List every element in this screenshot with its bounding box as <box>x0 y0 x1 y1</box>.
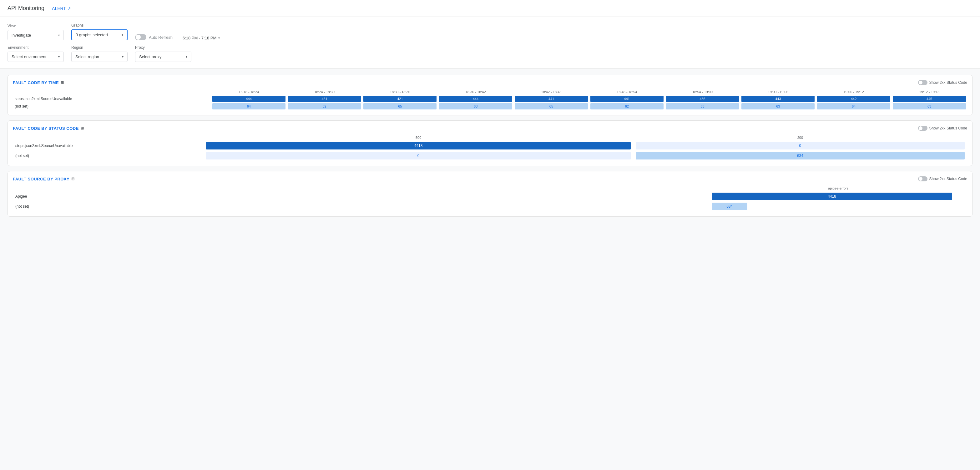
table-row: (not set) 64 62 65 63 65 62 63 63 64 63 <box>13 103 967 110</box>
chart3-r0-value: 4418 <box>710 191 967 201</box>
chart3-r1-value: 634 <box>710 201 967 211</box>
environment-placeholder: Select environment <box>11 54 46 59</box>
table-row: (not set) 634 <box>13 201 967 211</box>
auto-refresh-toggle[interactable] <box>135 34 146 40</box>
export-icon[interactable]: ⊞ <box>71 177 75 181</box>
chart1-col-3: 18:36 - 18:42 <box>438 89 514 95</box>
chart1-r0-c8: 442 <box>816 95 891 103</box>
environment-dropdown[interactable]: Select environment ▾ <box>8 52 64 62</box>
proxy-label: Proxy <box>135 45 191 50</box>
region-dropdown[interactable]: Select region ▾ <box>71 52 127 62</box>
chart1-r0-c7: 443 <box>740 95 816 103</box>
chart1-r0-c9: 445 <box>891 95 967 103</box>
view-dropdown[interactable]: investigate ▾ <box>8 30 64 40</box>
fault-code-by-time-card: FAULT CODE BY TIME ⊞ Show 2xx Status Cod… <box>8 75 972 115</box>
chart1-show-2xx: Show 2xx Status Code <box>918 80 967 85</box>
chart1-col-1: 18:24 - 18:30 <box>287 89 363 95</box>
chart2-col-500: 500 <box>204 134 633 141</box>
chart3-2xx-label: Show 2xx Status Code <box>929 177 967 181</box>
graphs-dropdown[interactable]: 3 graphs selected ▾ <box>71 29 127 40</box>
graphs-group: Graphs 3 graphs selected ▾ <box>71 23 127 40</box>
fault-source-by-proxy-card: FAULT SOURCE BY PROXY ⊞ Show 2xx Status … <box>8 171 972 217</box>
chart2-r1-200: 634 <box>633 151 967 161</box>
controls-row-2: Environment Select environment ▾ Region … <box>8 45 972 62</box>
export-icon[interactable]: ⊞ <box>81 126 84 131</box>
view-value: investigate <box>11 33 31 38</box>
chart1-col-9: 19:12 - 19:18 <box>891 89 967 95</box>
header: API Monitoring ALERT ↗ <box>0 0 980 17</box>
chart3-row1-label: (not set) <box>13 201 710 211</box>
proxy-dropdown[interactable]: Select proxy ▾ <box>135 52 191 62</box>
chart1-title: FAULT CODE BY TIME ⊞ <box>13 80 64 85</box>
chart2-2xx-label: Show 2xx Status Code <box>929 126 967 131</box>
export-icon[interactable]: ⊞ <box>60 80 64 85</box>
chart1-col-8: 19:06 - 19:12 <box>816 89 891 95</box>
chart3-col-apigee: apigee-errors <box>710 185 967 191</box>
chart3-row0-label: Apigee <box>13 191 710 201</box>
chart1-row0-label: steps.json2xml.SourceUnavailable <box>13 95 211 103</box>
chevron-down-icon: ▾ <box>186 55 187 59</box>
chevron-down-icon: ▾ <box>218 36 220 40</box>
chart1-2xx-toggle[interactable] <box>918 80 928 85</box>
chart1-col-5: 18:48 - 18:54 <box>589 89 665 95</box>
chart1-r0-c3: 444 <box>438 95 514 103</box>
controls-row-1: View investigate ▾ Graphs 3 graphs selec… <box>8 23 972 40</box>
chart3-show-2xx: Show 2xx Status Code <box>918 176 967 182</box>
chart2-r1-500: 0 <box>204 151 633 161</box>
chart2-title: FAULT CODE BY STATUS CODE ⊞ <box>13 126 84 131</box>
chart2-row-header <box>13 134 204 141</box>
chart1-r1-c4: 65 <box>514 103 589 110</box>
chart2-row1-label: (not set) <box>13 151 204 161</box>
view-label: View <box>8 24 64 28</box>
chart2-col-200: 200 <box>633 134 967 141</box>
graphs-value: 3 graphs selected <box>76 32 108 37</box>
fault-code-by-status-card: FAULT CODE BY STATUS CODE ⊞ Show 2xx Sta… <box>8 120 972 166</box>
chart1-row-header <box>13 89 211 95</box>
table-row: Apigee 4418 <box>13 191 967 201</box>
chart1-r0-c5: 441 <box>589 95 665 103</box>
chart1-r1-c5: 62 <box>589 103 665 110</box>
chart1-r1-c7: 63 <box>740 103 816 110</box>
view-group: View investigate ▾ <box>8 24 64 40</box>
main-content: FAULT CODE BY TIME ⊞ Show 2xx Status Cod… <box>0 69 980 223</box>
chart2-2xx-toggle[interactable] <box>918 126 928 131</box>
app-title: API Monitoring <box>8 5 45 11</box>
chart1-r1-c0: 64 <box>211 103 287 110</box>
time-range-value: 6:18 PM - 7:18 PM <box>183 36 216 40</box>
table-row: (not set) 0 634 <box>13 151 967 161</box>
time-range-selector[interactable]: 6:18 PM - 7:18 PM ▾ <box>183 36 220 40</box>
chart1-r1-c8: 64 <box>816 103 891 110</box>
alert-link[interactable]: ALERT ↗ <box>52 6 71 11</box>
chart1-r1-c1: 62 <box>287 103 363 110</box>
chart1-r0-c0: 444 <box>211 95 287 103</box>
chart2-table: 500 200 steps.json2xml.SourceUnavailable… <box>13 134 967 161</box>
chart1-r1-c9: 63 <box>891 103 967 110</box>
chevron-down-icon: ▾ <box>58 55 60 59</box>
chart3-table: apigee-errors Apigee 4418 (not set) 634 <box>13 185 967 211</box>
chart2-header: FAULT CODE BY STATUS CODE ⊞ Show 2xx Sta… <box>13 126 967 131</box>
auto-refresh-group: Auto Refresh <box>135 34 173 40</box>
proxy-placeholder: Select proxy <box>139 54 162 59</box>
environment-group: Environment Select environment ▾ <box>8 45 64 62</box>
chart2-r0-500: 4418 <box>204 141 633 151</box>
chart1-r0-c6: 436 <box>665 95 740 103</box>
chevron-down-icon: ▾ <box>122 55 124 59</box>
controls-bar: View investigate ▾ Graphs 3 graphs selec… <box>0 17 980 69</box>
table-row: steps.json2xml.SourceUnavailable 444 461… <box>13 95 967 103</box>
chart1-table: 18:18 - 18:24 18:24 - 18:30 18:30 - 18:3… <box>13 89 967 110</box>
region-group: Region Select region ▾ <box>71 45 127 62</box>
chart1-col-4: 18:42 - 18:48 <box>514 89 589 95</box>
graphs-label: Graphs <box>71 23 127 27</box>
region-placeholder: Select region <box>75 54 99 59</box>
chart3-row-header <box>13 185 710 191</box>
table-row: steps.json2xml.SourceUnavailable 4418 0 <box>13 141 967 151</box>
chart1-2xx-label: Show 2xx Status Code <box>929 80 967 85</box>
chart3-header: FAULT SOURCE BY PROXY ⊞ Show 2xx Status … <box>13 176 967 182</box>
chart1-col-7: 19:00 - 19:06 <box>740 89 816 95</box>
region-label: Region <box>71 45 127 50</box>
external-link-icon: ↗ <box>67 6 71 11</box>
chart3-2xx-toggle[interactable] <box>918 176 928 182</box>
chart1-col-0: 18:18 - 18:24 <box>211 89 287 95</box>
chart1-row1-label: (not set) <box>13 103 211 110</box>
chart1-r0-c1: 461 <box>287 95 363 103</box>
